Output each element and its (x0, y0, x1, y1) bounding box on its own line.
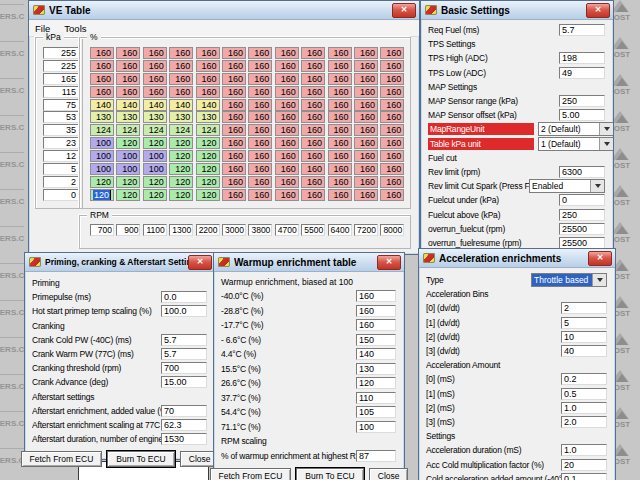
field-input[interactable]: 6300 (559, 166, 605, 178)
dropdown[interactable]: 1 (Default) (538, 137, 613, 151)
ve-cell[interactable]: 160 (328, 124, 352, 136)
ve-cell[interactable]: 100 (90, 150, 114, 162)
ve-cell[interactable]: 124 (116, 124, 140, 136)
ve-cell[interactable]: 160 (248, 99, 272, 111)
ve-cell[interactable]: 140 (196, 99, 220, 111)
ve-cell[interactable]: 160 (248, 163, 272, 175)
field-input[interactable]: 0.5 (561, 388, 607, 400)
ve-cell[interactable]: 160 (354, 111, 378, 123)
titlebar[interactable]: Basic Settings ✕ (421, 1, 613, 20)
ve-cell[interactable]: 120 (116, 137, 140, 149)
field-input[interactable]: 2 (561, 302, 607, 314)
ve-cell[interactable]: 160 (222, 189, 246, 201)
ve-cell[interactable]: 120 (169, 163, 193, 175)
menu-tools[interactable]: Tools (64, 23, 86, 34)
ve-cell[interactable]: 160 (354, 60, 378, 72)
dropdown[interactable]: Throttle based (531, 273, 607, 287)
ve-cell[interactable]: 160 (222, 86, 246, 98)
rpm-value-box[interactable]: 4700 (275, 224, 299, 236)
field-input[interactable]: 150 (356, 334, 396, 346)
ve-cell[interactable]: 160 (328, 47, 352, 59)
rpm-value-box[interactable]: 1300 (169, 224, 193, 236)
field-input[interactable]: 0.1 (561, 473, 607, 480)
ve-cell[interactable]: 160 (328, 137, 352, 149)
ve-cell[interactable]: 160 (196, 86, 220, 98)
field-input[interactable]: 62.3 (161, 419, 207, 431)
chevron-down-icon[interactable] (599, 123, 613, 135)
ve-cell[interactable]: 160 (354, 163, 378, 175)
ve-cell[interactable]: 160 (380, 86, 404, 98)
fetch-from-ecu-button[interactable]: Fetch From ECU (21, 451, 103, 467)
ve-cell[interactable]: 160 (328, 60, 352, 72)
field-input[interactable]: 40 (561, 345, 607, 357)
ve-cell[interactable]: 160 (275, 163, 299, 175)
ve-cell[interactable]: 130 (169, 111, 193, 123)
ve-cell[interactable]: 160 (196, 60, 220, 72)
ve-cell[interactable]: 160 (380, 73, 404, 85)
field-input[interactable]: 1.0 (561, 402, 607, 414)
ve-cell[interactable]: 160 (301, 73, 325, 85)
ve-cell[interactable]: 160 (380, 124, 404, 136)
field-input[interactable]: 198 (559, 52, 605, 64)
ve-cell[interactable]: 160 (328, 111, 352, 123)
ve-cell[interactable]: 160 (328, 163, 352, 175)
ve-cell[interactable]: 160 (248, 86, 272, 98)
ve-cell[interactable]: 160 (301, 137, 325, 149)
ve-cell[interactable]: 160 (90, 73, 114, 85)
chevron-down-icon[interactable] (599, 138, 613, 150)
field-input[interactable]: 120 (356, 377, 396, 389)
rpm-value-box[interactable]: 6400 (328, 224, 352, 236)
kpa-value-box[interactable]: 0 (43, 189, 79, 201)
dropdown[interactable]: Enabled (529, 179, 605, 193)
ve-cell[interactable]: 160 (328, 73, 352, 85)
field-input[interactable]: 160 (356, 290, 396, 302)
ve-cell[interactable]: 160 (380, 60, 404, 72)
ve-cell[interactable]: 160 (222, 99, 246, 111)
ve-cell[interactable]: 160 (354, 150, 378, 162)
ve-cell[interactable]: 160 (328, 176, 352, 188)
ve-cell[interactable]: 160 (354, 47, 378, 59)
ve-cell[interactable]: 140 (169, 99, 193, 111)
ve-cell[interactable]: 124 (143, 124, 167, 136)
ve-cell[interactable]: 160 (328, 86, 352, 98)
ve-cell[interactable]: 160 (354, 137, 378, 149)
close-button[interactable]: ✕ (377, 255, 401, 270)
kpa-value-box[interactable]: 35 (43, 124, 79, 136)
field-input[interactable]: 5.7 (161, 348, 207, 360)
ve-cell[interactable]: 160 (301, 86, 325, 98)
ve-cell[interactable]: 160 (380, 163, 404, 175)
ve-cell[interactable]: 160 (248, 124, 272, 136)
kpa-value-box[interactable]: 5 (43, 163, 79, 175)
ve-cell[interactable]: 100 (90, 163, 114, 175)
titlebar[interactable]: VE Table ✕ (29, 1, 419, 20)
ve-cell[interactable]: 120 (143, 137, 167, 149)
ve-cell[interactable]: 124 (90, 124, 114, 136)
rpm-value-box[interactable]: 5500 (301, 224, 325, 236)
ve-cell[interactable]: 120 (196, 150, 220, 162)
ve-cell[interactable]: 160 (354, 73, 378, 85)
kpa-value-box[interactable]: 2 (43, 176, 79, 188)
ve-cell[interactable]: 160 (248, 137, 272, 149)
ve-cell[interactable]: 160 (116, 73, 140, 85)
ve-cell[interactable]: 160 (328, 150, 352, 162)
ve-cell[interactable]: 160 (301, 163, 325, 175)
ve-cell[interactable]: 140 (116, 99, 140, 111)
field-input[interactable]: 700 (161, 362, 207, 374)
ve-cell[interactable]: 160 (169, 60, 193, 72)
ve-cell[interactable]: 160 (275, 137, 299, 149)
ve-cell[interactable]: 100 (90, 137, 114, 149)
ve-cell[interactable]: 120 (90, 176, 114, 188)
close-button[interactable]: ✕ (392, 3, 416, 18)
ve-cell[interactable]: 100 (143, 150, 167, 162)
ve-cell[interactable]: 160 (354, 124, 378, 136)
ve-cell[interactable]: 160 (90, 60, 114, 72)
ve-cell[interactable]: 160 (248, 150, 272, 162)
ve-cell[interactable]: 160 (222, 47, 246, 59)
dropdown[interactable]: 2 (Default) (538, 122, 613, 136)
ve-cell[interactable]: 130 (196, 111, 220, 123)
rpm-value-box[interactable]: 900 (116, 224, 140, 236)
rpm-value-box[interactable]: 3000 (222, 224, 246, 236)
ve-cell[interactable]: 160 (222, 73, 246, 85)
rpm-value-box[interactable]: 700 (90, 224, 114, 236)
ve-cell[interactable]: 160 (222, 60, 246, 72)
